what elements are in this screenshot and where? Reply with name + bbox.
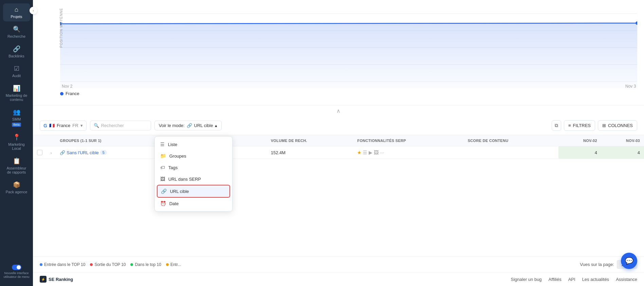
legend-label-france: France bbox=[66, 91, 79, 96]
report-icon: 📋 bbox=[13, 157, 20, 165]
sidebar-item-recherche[interactable]: 🔍 Recherche bbox=[3, 23, 30, 41]
dropdown-label: URL dans SERP bbox=[168, 177, 201, 182]
filters-label: FILTRES bbox=[573, 123, 591, 128]
sidebar-item-assembleur[interactable]: 📋 Assembleur de rapports bbox=[3, 155, 30, 177]
th-nov02: NOV-02 bbox=[558, 135, 601, 146]
sidebar-item-projets[interactable]: ⌂ Projets bbox=[3, 3, 30, 21]
sidebar-toggle[interactable]: › bbox=[30, 7, 37, 14]
actualites-link[interactable]: Les actualités bbox=[582, 277, 609, 282]
mode-dropdown: ☰ Liste 📁 Groupes 🏷 Tags 🖼 URL dans SERP… bbox=[154, 136, 233, 212]
legend-dot-orange bbox=[166, 263, 169, 266]
se-ranking-label: SE Ranking bbox=[49, 277, 73, 282]
legend-item-other: Entr... bbox=[166, 262, 181, 267]
sidebar-item-pack[interactable]: 📦 Pack agence bbox=[3, 178, 30, 197]
sidebar-item-label: Marketing Local bbox=[4, 142, 29, 150]
dropdown-label: Tags bbox=[168, 165, 178, 170]
collapse-icon: ∧ bbox=[336, 108, 341, 114]
bug-report-link[interactable]: Signaler un bug bbox=[511, 277, 542, 282]
search-icon: 🔍 bbox=[94, 123, 99, 128]
affilies-link[interactable]: Affiliés bbox=[549, 277, 562, 282]
chevron-down-icon: ▾ bbox=[80, 123, 83, 128]
list-icon: ☰ bbox=[160, 142, 165, 147]
se-logo-icon: ⚡ bbox=[40, 276, 47, 283]
toolbar: G 🇫🇷 France FR ▾ 🔍 Rechercher Voir le mo… bbox=[33, 116, 644, 135]
dropdown-item-groupes[interactable]: 📁 Groupes bbox=[155, 150, 232, 162]
dropdown-label: Groupes bbox=[169, 154, 186, 159]
td-volume: 152.4M bbox=[267, 146, 353, 159]
sidebar-item-label: Pack agence bbox=[6, 190, 27, 194]
star-icon: ★ bbox=[357, 150, 362, 155]
france-flag: 🇫🇷 bbox=[49, 123, 55, 128]
search-placeholder: Rechercher bbox=[101, 123, 124, 128]
chat-button[interactable]: 💬 bbox=[621, 253, 637, 269]
sidebar-item-label: SMM bbox=[12, 117, 21, 121]
table-row: › 🔗 Sans l'URL cible 5 152.4M ★ bbox=[33, 146, 644, 159]
sidebar-item-label: Assembleur de rapports bbox=[4, 166, 29, 174]
sidebar-item-audit[interactable]: ☑ Audit bbox=[3, 62, 30, 81]
assistance-link[interactable]: Assistance bbox=[616, 277, 637, 282]
keywords-table: GROUPES (1-1 SUR 1) URL VOLUME DE RECH. … bbox=[33, 135, 644, 159]
link2-icon: 🔗 bbox=[161, 189, 167, 194]
sidebar-item-marketing-contenu[interactable]: 📊 Marketing de contenu bbox=[3, 82, 30, 104]
dropdown-item-liste[interactable]: ☰ Liste bbox=[155, 139, 232, 150]
country-name: France bbox=[57, 123, 70, 128]
td-checkbox[interactable] bbox=[33, 146, 47, 159]
package-icon: 📦 bbox=[13, 181, 20, 189]
legend-dot-france bbox=[60, 92, 63, 95]
dropdown-item-date[interactable]: ⏰ Date bbox=[155, 198, 232, 209]
td-nov03: 4 bbox=[601, 146, 644, 159]
expand-icon[interactable]: › bbox=[51, 151, 52, 155]
sidebar-item-label: Backlinks bbox=[8, 54, 24, 58]
toggle-knob bbox=[17, 265, 21, 269]
legend-item-in-top10: Dans le top 10 bbox=[130, 262, 161, 267]
sidebar-item-smm[interactable]: 👥 SMM Beta bbox=[3, 106, 30, 129]
collapse-bar[interactable]: ∧ bbox=[33, 105, 644, 116]
tag-icon: 🏷 bbox=[160, 165, 165, 170]
td-score bbox=[464, 146, 558, 159]
td-expand[interactable]: › bbox=[47, 146, 56, 159]
list-serp-icon: ☰ bbox=[363, 150, 367, 155]
sidebar: › ⌂ Projets 🔍 Recherche 🔗 Backlinks ☑ Au… bbox=[0, 0, 33, 286]
search-icon: 🔍 bbox=[13, 25, 20, 33]
th-nov03: NOV-03 bbox=[601, 135, 644, 146]
chevron-right-icon: › bbox=[33, 9, 34, 13]
dropdown-item-url-cible[interactable]: 🔗 URL cible bbox=[157, 185, 230, 198]
serp-icons: ★ ☰ ▶ 🖼 ··· bbox=[357, 150, 459, 155]
header-row: GROUPES (1-1 SUR 1) URL VOLUME DE RECH. … bbox=[33, 135, 644, 146]
sidebar-item-marketing-local[interactable]: 📍 Marketing Local bbox=[3, 131, 30, 153]
y-axis-label: POSITION MOYENNE bbox=[59, 8, 63, 48]
location-icon: 📍 bbox=[13, 133, 20, 141]
footer-bar: ⚡ SE Ranking Signaler un bug Affiliés AP… bbox=[33, 272, 644, 286]
toggle-switch[interactable] bbox=[12, 265, 21, 270]
clock-icon: ⏰ bbox=[160, 201, 166, 206]
search-box[interactable]: 🔍 Rechercher bbox=[90, 121, 151, 130]
google-icon: G bbox=[43, 123, 47, 128]
bottom-legend: Entrée dans le TOP 10 Sortie du TOP 10 D… bbox=[33, 256, 644, 272]
filters-button[interactable]: ≡ FILTRES bbox=[564, 120, 595, 131]
svg-text:Nov 3: Nov 3 bbox=[625, 84, 636, 88]
mode-selector[interactable]: Voir le mode: 🔗 URL cible ▴ bbox=[154, 121, 222, 130]
chart-icon: 📊 bbox=[13, 85, 20, 92]
table-header: GROUPES (1-1 SUR 1) URL VOLUME DE RECH. … bbox=[33, 135, 644, 146]
legend-dot-blue bbox=[40, 263, 42, 266]
svg-text:Nov 2: Nov 2 bbox=[62, 84, 73, 88]
dropdown-item-url-serp[interactable]: 🖼 URL dans SERP bbox=[155, 173, 232, 185]
chart-area: POSITION MOYENNE 1 5 10 15 bbox=[33, 0, 644, 105]
link-icon: 🔗 bbox=[60, 150, 65, 155]
legend-dot-green bbox=[130, 263, 133, 266]
mode-wrapper: Voir le mode: 🔗 URL cible ▴ ☰ Liste 📁 Gr… bbox=[154, 121, 222, 130]
row-checkbox[interactable] bbox=[37, 150, 42, 155]
copy-button[interactable]: ⧉ bbox=[552, 120, 561, 131]
pagination-label: Vues sur la page: bbox=[580, 262, 614, 267]
api-link[interactable]: API bbox=[568, 277, 575, 282]
keyword-name: Sans l'URL cible bbox=[67, 150, 99, 155]
sidebar-item-backlinks[interactable]: 🔗 Backlinks bbox=[3, 42, 30, 61]
main-content: POSITION MOYENNE 1 5 10 15 bbox=[33, 0, 644, 286]
dropdown-item-tags[interactable]: 🏷 Tags bbox=[155, 162, 232, 173]
nouvelle-interface-toggle[interactable]: Nouvelle interface utilisateur de menu bbox=[0, 261, 33, 283]
legend-label: Sortie du TOP 10 bbox=[94, 262, 126, 267]
td-serp: ★ ☰ ▶ 🖼 ··· bbox=[353, 146, 463, 159]
country-selector[interactable]: G 🇫🇷 France FR ▾ bbox=[40, 121, 87, 131]
columns-button[interactable]: ⊞ COLONNES bbox=[598, 120, 637, 131]
home-icon: ⌂ bbox=[15, 6, 18, 13]
